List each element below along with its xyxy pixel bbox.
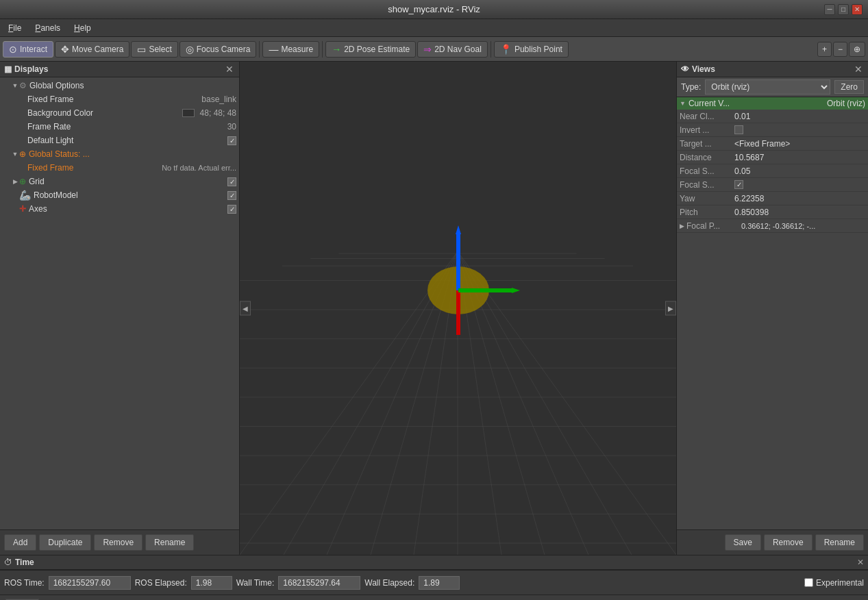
robot-model-label: RobotModel <box>34 190 225 200</box>
focal-s1-label: Focal S... <box>680 166 734 176</box>
timebar: ROS Time: 1682155297.60 ROS Elapsed: 1.9… <box>0 570 868 595</box>
fixed-frame-value: base_link <box>201 95 236 104</box>
grid-label: Grid <box>29 177 225 186</box>
invert-checkbox[interactable] <box>734 125 743 134</box>
experimental-label: Experimental <box>816 578 864 588</box>
2d-nav-button[interactable]: ⇒ 2D Nav Goal <box>417 41 488 58</box>
target-row[interactable]: Target ... <Fixed Frame> <box>677 137 868 151</box>
distance-label: Distance <box>680 153 734 162</box>
interact-icon: ⊙ <box>9 44 17 55</box>
rename-button[interactable]: Rename <box>145 534 194 551</box>
global-options-label: Global Options <box>29 81 236 90</box>
axes-3d <box>390 215 527 352</box>
move-camera-button[interactable]: ✥ Move Camera <box>55 41 129 58</box>
add-button[interactable]: Add <box>4 534 36 551</box>
titlebar: show_mycar.rviz - RViz ─ □ ✕ <box>0 0 868 19</box>
toolbar-minus-button[interactable]: − <box>833 42 847 57</box>
displays-panel-icon: ▦ <box>4 64 12 74</box>
global-status-row[interactable]: ▼ ⊕ Global Status: ... <box>0 147 239 161</box>
focal-p-label: Focal P... <box>686 221 741 231</box>
focus-camera-button[interactable]: ◎ Focus Camera <box>179 41 257 58</box>
axes-icon: ✛ <box>19 204 26 214</box>
distance-row[interactable]: Distance 10.5687 <box>677 151 868 164</box>
zero-button[interactable]: Zero <box>834 80 864 94</box>
focal-s1-value: 0.05 <box>734 166 865 176</box>
wall-elapsed-value: 1.89 <box>419 576 460 590</box>
default-light-row[interactable]: Default Light ✓ <box>0 134 239 147</box>
pitch-row[interactable]: Pitch 0.850398 <box>677 205 868 219</box>
toolbar-plus-button[interactable]: + <box>817 42 832 57</box>
menu-panels[interactable]: Panels <box>29 22 66 34</box>
axes-row[interactable]: ✛ Axes ✓ <box>0 202 239 216</box>
fixed-frame-row[interactable]: Fixed Frame base_link <box>0 92 239 106</box>
viewport-arrow-right[interactable]: ▶ <box>665 301 676 316</box>
displays-panel-close[interactable]: ✕ <box>224 64 235 75</box>
views-buttons: Save Remove Rename <box>677 529 868 555</box>
toolbar-settings-button[interactable]: ⊕ <box>849 42 865 57</box>
duplicate-button[interactable]: Duplicate <box>39 534 91 551</box>
views-panel-close[interactable]: ✕ <box>853 64 864 75</box>
global-status-label: Global Status: ... <box>29 149 236 159</box>
current-view-label: Current V... <box>689 99 824 108</box>
frame-rate-value: 30 <box>227 122 236 132</box>
select-button[interactable]: ▭ Select <box>131 41 177 58</box>
time-panel-close[interactable]: ✕ <box>857 558 864 567</box>
ros-time-label: ROS Time: <box>4 578 45 588</box>
viewport-arrow-left[interactable]: ◀ <box>240 301 251 316</box>
grid-checkbox[interactable]: ✓ <box>227 177 236 186</box>
toolbar: ⊙ Interact ✥ Move Camera ▭ Select ◎ Focu… <box>0 37 868 62</box>
yaw-row[interactable]: Yaw 6.22358 <box>677 192 868 205</box>
remove-button[interactable]: Remove <box>94 534 142 551</box>
invert-row[interactable]: Invert ... <box>677 123 868 137</box>
experimental-checkbox[interactable] <box>804 578 813 587</box>
publish-point-button[interactable]: 📍 Publish Point <box>494 41 569 58</box>
grid-expand: ▶ <box>11 178 19 185</box>
wall-time-value: 1682155297.64 <box>278 576 360 590</box>
yaw-label: Yaw <box>680 194 734 203</box>
ros-elapsed-value: 1.98 <box>191 576 232 590</box>
global-options-expand: ▼ <box>11 82 19 89</box>
svg-marker-27 <box>456 225 461 234</box>
focal-p-row[interactable]: ▶ Focal P... 0.36612; -0.36612; -... <box>677 219 868 233</box>
displays-panel: ▦ Displays ✕ ▼ ⚙ Global Options Fixed Fr… <box>0 62 240 555</box>
maximize-button[interactable]: □ <box>838 4 849 15</box>
views-save-button[interactable]: Save <box>725 534 761 551</box>
axes-checkbox[interactable]: ✓ <box>227 205 236 214</box>
title-text: show_mycar.rviz - RViz <box>388 4 480 14</box>
near-clip-label: Near Cl... <box>680 112 734 121</box>
experimental-area: Experimental <box>804 578 864 588</box>
current-view-header[interactable]: ▼ Current V... Orbit (rviz) <box>677 97 868 110</box>
close-button[interactable]: ✕ <box>852 4 863 15</box>
main-layout: ▦ Displays ✕ ▼ ⚙ Global Options Fixed Fr… <box>0 62 868 555</box>
views-remove-button[interactable]: Remove <box>764 534 813 551</box>
background-color-row[interactable]: Background Color 48; 48; 48 <box>0 106 239 120</box>
views-toolbar: Type: Orbit (rviz) Zero <box>677 77 868 97</box>
2d-pose-button[interactable]: → 2D Pose Estimate <box>325 41 416 58</box>
wall-elapsed-label: Wall Elapsed: <box>364 578 414 588</box>
views-rename-button[interactable]: Rename <box>815 534 864 551</box>
minimize-button[interactable]: ─ <box>824 4 835 15</box>
global-options-row[interactable]: ▼ ⚙ Global Options <box>0 79 239 92</box>
type-select[interactable]: Orbit (rviz) <box>705 79 830 95</box>
displays-panel-title: ▦ Displays <box>4 64 48 74</box>
grid-row[interactable]: ▶ ⊕ Grid ✓ <box>0 175 239 188</box>
global-status-icon: ⊕ <box>19 149 26 159</box>
interact-button[interactable]: ⊙ Interact <box>3 41 53 58</box>
menu-help[interactable]: Help <box>69 22 97 34</box>
measure-button[interactable]: — Measure <box>262 41 319 58</box>
focal-s2-row[interactable]: Focal S... ✓ <box>677 178 868 192</box>
views-panel-title: 👁 Views <box>681 64 715 74</box>
menu-file[interactable]: File <box>3 22 27 34</box>
robot-model-row[interactable]: 🦾 RobotModel ✓ <box>0 188 239 202</box>
viewport[interactable]: ◀ ▶ <box>240 62 676 555</box>
focal-s2-checkbox[interactable]: ✓ <box>734 180 743 189</box>
frame-rate-row[interactable]: Frame Rate 30 <box>0 120 239 134</box>
background-color-swatch <box>182 109 195 117</box>
select-icon: ▭ <box>137 44 146 55</box>
type-label: Type: <box>681 82 701 92</box>
default-light-checkbox[interactable]: ✓ <box>227 136 236 145</box>
near-clip-row[interactable]: Near Cl... 0.01 <box>677 110 868 123</box>
focal-s1-row[interactable]: Focal S... 0.05 <box>677 164 868 178</box>
robot-model-checkbox[interactable]: ✓ <box>227 191 236 200</box>
fixed-frame-status-row[interactable]: Fixed Frame No tf data. Actual err... <box>0 161 239 175</box>
